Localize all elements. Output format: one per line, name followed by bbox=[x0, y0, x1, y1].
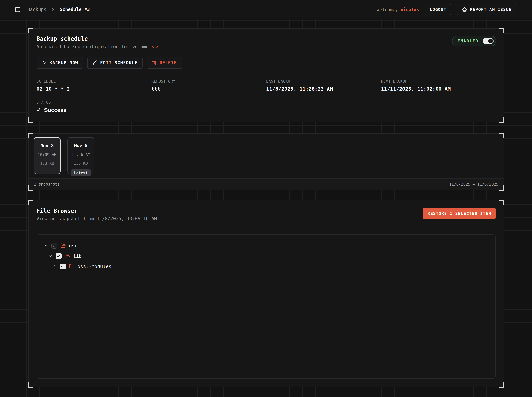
tree-item-label: usr bbox=[69, 243, 77, 248]
delete-label: DELETE bbox=[159, 60, 177, 65]
folder-open-icon bbox=[65, 254, 70, 259]
snapshots-date-range: 11/8/2025 – 11/8/2025 bbox=[449, 182, 498, 186]
backup-schedule-panel: Backup schedule Automated backup configu… bbox=[28, 28, 504, 122]
status-text: Success bbox=[44, 107, 67, 113]
schedule-panel-subtitle: Automated backup configuration for volum… bbox=[37, 44, 496, 49]
snapshot-time: 11:26 AM bbox=[71, 152, 90, 157]
restore-button[interactable]: RESTORE 1 SELECTED ITEM bbox=[423, 208, 496, 219]
corner-bracket bbox=[499, 200, 504, 205]
file-browser-subtitle: Viewing snapshot from 11/8/2025, 10:09:1… bbox=[37, 216, 157, 221]
pencil-icon bbox=[93, 60, 97, 65]
snapshot-card[interactable]: Nov 8 11:26 AM 133 KB Latest bbox=[67, 137, 94, 174]
field-label: SCHEDULE bbox=[37, 79, 152, 83]
snapshots-panel: Nov 8 10:09 AM 133 KB Nov 8 11:26 AM 133… bbox=[28, 133, 504, 190]
breadcrumb-section[interactable]: Backups bbox=[27, 7, 46, 12]
enabled-label: ENABLED bbox=[458, 39, 479, 43]
field-repository: REPOSITORY ttt bbox=[152, 79, 266, 92]
toggle-switch[interactable] bbox=[482, 38, 494, 44]
backup-now-button[interactable]: BACKUP NOW bbox=[37, 57, 83, 69]
snapshot-card[interactable]: Nov 8 10:09 AM 133 KB bbox=[34, 137, 61, 174]
field-value: 11/8/2025, 11:26:22 AM bbox=[266, 86, 381, 92]
breadcrumb: Backups Schedule #3 bbox=[27, 7, 90, 12]
chevron-down-icon[interactable] bbox=[48, 254, 52, 258]
snapshot-time: 10:09 AM bbox=[38, 152, 57, 157]
corner-bracket bbox=[28, 382, 33, 388]
backup-now-label: BACKUP NOW bbox=[50, 60, 78, 65]
logout-button[interactable]: LOGOUT bbox=[425, 4, 451, 15]
sidebar-toggle-button[interactable] bbox=[15, 6, 21, 13]
snapshot-date: Nov 8 bbox=[40, 143, 54, 148]
status-block: STATUS ✓ Success bbox=[37, 100, 496, 113]
field-last-backup: LAST BACKUP 11/8/2025, 11:26:22 AM bbox=[266, 79, 381, 92]
folder-icon bbox=[69, 264, 74, 269]
field-next-backup: NEXT BACKUP 11/11/2025, 11:02:00 AM bbox=[381, 79, 496, 92]
field-schedule: SCHEDULE 02 10 * * 2 bbox=[37, 79, 152, 92]
volume-name: sss bbox=[152, 44, 160, 49]
snapshots-count: 2 snapshots bbox=[34, 182, 60, 186]
enabled-toggle[interactable]: ENABLED bbox=[452, 36, 496, 46]
snapshot-cards: Nov 8 10:09 AM 133 KB Nov 8 11:26 AM 133… bbox=[29, 134, 504, 178]
toggle-knob bbox=[488, 39, 493, 43]
welcome-text: Welcome, nicolas bbox=[377, 7, 419, 12]
file-browser-panel: File Browser Viewing snapshot from 11/8/… bbox=[28, 200, 504, 387]
status-value: ✓ Success bbox=[37, 107, 496, 113]
life-buoy-icon bbox=[462, 7, 467, 12]
field-value: ttt bbox=[152, 86, 266, 92]
snapshot-size: 133 KB bbox=[40, 161, 54, 166]
field-value: 11/11/2025, 11:02:00 AM bbox=[381, 86, 496, 92]
checkbox[interactable] bbox=[60, 264, 66, 269]
file-browser-header: File Browser Viewing snapshot from 11/8/… bbox=[37, 208, 496, 221]
file-browser-title: File Browser bbox=[37, 208, 157, 214]
edit-schedule-button[interactable]: EDIT SCHEDULE bbox=[87, 57, 143, 69]
corner-bracket bbox=[499, 28, 504, 33]
report-issue-label: REPORT AN ISSUE bbox=[470, 7, 512, 12]
check-icon: ✓ bbox=[37, 107, 41, 113]
checkbox[interactable] bbox=[56, 253, 62, 259]
field-label: NEXT BACKUP bbox=[381, 79, 496, 83]
subtitle-prefix: Automated backup configuration for volum… bbox=[37, 44, 152, 49]
corner-bracket bbox=[28, 118, 33, 123]
latest-badge: Latest bbox=[71, 169, 91, 176]
field-label: LAST BACKUP bbox=[266, 79, 381, 83]
snapshots-footer: 2 snapshots 11/8/2025 – 11/8/2025 bbox=[29, 178, 504, 190]
corner-bracket bbox=[499, 382, 504, 388]
report-issue-button[interactable]: REPORT AN ISSUE bbox=[457, 4, 516, 15]
snapshot-size: 133 KB bbox=[74, 161, 88, 166]
breadcrumb-page: Schedule #3 bbox=[60, 7, 90, 12]
snapshot-date: Nov 8 bbox=[74, 143, 87, 148]
field-label: REPOSITORY bbox=[152, 79, 266, 83]
chevron-right-icon[interactable] bbox=[52, 264, 57, 269]
tree-row-lib[interactable]: lib bbox=[37, 251, 495, 261]
breadcrumb-separator-icon bbox=[51, 7, 55, 12]
file-tree: usr lib bbox=[37, 234, 496, 379]
schedule-panel-title: Backup schedule bbox=[37, 36, 496, 42]
tree-item-label: lib bbox=[73, 253, 82, 259]
welcome-prefix: Welcome, bbox=[377, 7, 398, 12]
play-icon bbox=[42, 60, 47, 65]
field-value: 02 10 * * 2 bbox=[37, 86, 152, 92]
schedule-actions: BACKUP NOW EDIT SCHEDULE DELETE bbox=[37, 57, 496, 69]
corner-bracket bbox=[499, 118, 504, 123]
chevron-down-icon[interactable] bbox=[44, 244, 48, 248]
logout-label: LOGOUT bbox=[430, 7, 446, 12]
trash-icon bbox=[152, 60, 157, 65]
top-bar: Backups Schedule #3 Welcome, nicolas LOG… bbox=[0, 0, 532, 19]
delete-button[interactable]: DELETE bbox=[146, 57, 182, 69]
folder-open-icon bbox=[61, 243, 66, 248]
schedule-fields: SCHEDULE 02 10 * * 2 REPOSITORY ttt LAST… bbox=[37, 79, 496, 92]
tree-row-ossl-modules[interactable]: ossl-modules bbox=[37, 261, 495, 272]
status-label: STATUS bbox=[37, 100, 496, 105]
corner-bracket bbox=[28, 28, 33, 33]
checkbox[interactable] bbox=[51, 243, 57, 249]
corner-bracket bbox=[28, 200, 33, 205]
tree-row-usr[interactable]: usr bbox=[37, 241, 495, 251]
edit-schedule-label: EDIT SCHEDULE bbox=[100, 60, 138, 65]
panel-left-icon bbox=[15, 6, 21, 13]
tree-item-label: ossl-modules bbox=[77, 264, 112, 269]
username: nicolas bbox=[400, 7, 419, 12]
